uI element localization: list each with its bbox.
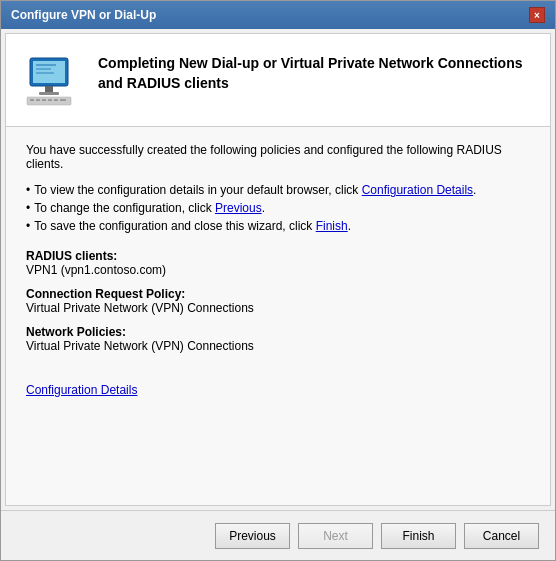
next-button[interactable]: Next xyxy=(298,523,373,549)
policy-section: RADIUS clients: VPN1 (vpn1.contoso.com) … xyxy=(26,249,530,353)
svg-rect-3 xyxy=(39,92,59,95)
previous-link-inline[interactable]: Previous xyxy=(215,201,262,215)
dialog-title: Configure VPN or Dial-Up xyxy=(11,8,156,22)
svg-rect-9 xyxy=(54,99,58,101)
finish-button[interactable]: Finish xyxy=(381,523,456,549)
connection-request-value: Virtual Private Network (VPN) Connection… xyxy=(26,301,530,315)
header-section: Completing New Dial-up or Virtual Privat… xyxy=(6,34,550,127)
previous-button[interactable]: Previous xyxy=(215,523,290,549)
svg-rect-12 xyxy=(36,68,51,70)
config-link-area: Configuration Details xyxy=(26,363,530,397)
instruction-3: • To save the configuration and close th… xyxy=(26,219,530,233)
connection-request-label: Connection Request Policy: xyxy=(26,287,530,301)
svg-rect-5 xyxy=(30,99,34,101)
instruction-1-text: To view the configuration details in you… xyxy=(34,183,476,197)
svg-rect-8 xyxy=(48,99,52,101)
network-policies-value: Virtual Private Network (VPN) Connection… xyxy=(26,339,530,353)
svg-rect-7 xyxy=(42,99,46,101)
network-policies-label: Network Policies: xyxy=(26,325,530,339)
instruction-2-text: To change the configuration, click Previ… xyxy=(34,201,265,215)
bullet-1: • xyxy=(26,183,30,197)
content-area: Completing New Dial-up or Virtual Privat… xyxy=(5,33,551,506)
svg-rect-10 xyxy=(60,99,66,101)
radius-clients-label: RADIUS clients: xyxy=(26,249,530,263)
success-text: You have successfully created the follow… xyxy=(26,143,530,171)
finish-link-inline[interactable]: Finish xyxy=(316,219,348,233)
bullet-2: • xyxy=(26,201,30,215)
title-bar: Configure VPN or Dial-Up × xyxy=(1,1,555,29)
radius-clients-value: VPN1 (vpn1.contoso.com) xyxy=(26,263,530,277)
bullet-3: • xyxy=(26,219,30,233)
main-content: You have successfully created the follow… xyxy=(6,127,550,505)
instructions: • To view the configuration details in y… xyxy=(26,183,530,233)
instruction-3-text: To save the configuration and close this… xyxy=(34,219,351,233)
instruction-2: • To change the configuration, click Pre… xyxy=(26,201,530,215)
wizard-icon xyxy=(22,50,82,110)
svg-rect-13 xyxy=(36,72,54,74)
close-icon: × xyxy=(534,10,540,21)
svg-rect-11 xyxy=(36,64,56,66)
close-button[interactable]: × xyxy=(529,7,545,23)
config-details-link-inline[interactable]: Configuration Details xyxy=(362,183,473,197)
svg-rect-6 xyxy=(36,99,40,101)
header-title: Completing New Dial-up or Virtual Privat… xyxy=(98,50,530,93)
computer-icon xyxy=(22,50,82,110)
svg-rect-2 xyxy=(45,86,53,92)
dialog-window: Configure VPN or Dial-Up × xyxy=(0,0,556,561)
footer: Previous Next Finish Cancel xyxy=(1,510,555,560)
cancel-button[interactable]: Cancel xyxy=(464,523,539,549)
configuration-details-link[interactable]: Configuration Details xyxy=(26,383,137,397)
instruction-1: • To view the configuration details in y… xyxy=(26,183,530,197)
